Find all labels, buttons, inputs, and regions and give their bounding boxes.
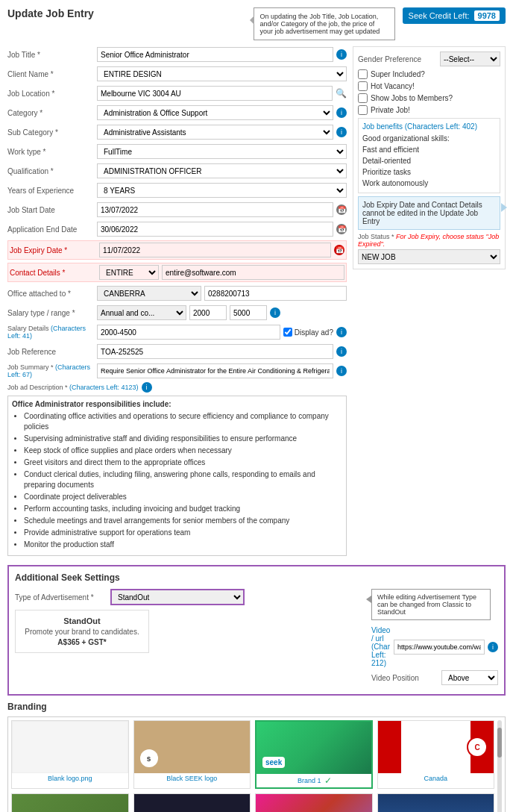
job-status-select[interactable]: NEW JOB (358, 249, 500, 264)
work-type-select[interactable]: FullTime (97, 144, 347, 159)
gender-select[interactable]: --Select-- (440, 51, 500, 66)
job-start-row: Job Start Date 📅 (7, 202, 347, 218)
seek-brand-logo: seek (262, 757, 285, 768)
page-container: Update Job Entry On updating the Job Tit… (0, 0, 513, 812)
office-select[interactable]: CANBERRA (97, 286, 201, 301)
right-panel: Gender Preference --Select-- Super Inclu… (353, 46, 506, 269)
salary-type-select[interactable]: Annual and co... (97, 305, 186, 320)
sub-category-info-icon[interactable]: i (336, 127, 347, 137)
standout-price: A$365 + GST* (22, 638, 142, 646)
brand-item-ryanair[interactable]: RyanAir (377, 793, 495, 812)
brand-img-pink: seek (256, 794, 372, 812)
list-item: Provide administrative support for opera… (24, 528, 342, 538)
brand-item-jora[interactable]: Jora (11, 793, 129, 812)
standout-box: StandOut Promote your brand to candidate… (15, 610, 149, 653)
scroll-thumb[interactable] (497, 728, 502, 758)
job-location-input[interactable] (97, 86, 333, 101)
brand-item-brand1[interactable]: seek Brand 1 ✓ (255, 720, 373, 789)
hot-vacancy-checkbox[interactable] (358, 81, 368, 91)
brand-item-montreal[interactable]: H Montreal Canadiens (133, 793, 251, 812)
super-row: Super Included? (358, 69, 500, 79)
job-start-input[interactable] (97, 202, 333, 217)
show-jobs-checkbox[interactable] (358, 93, 368, 103)
ad-desc-info-icon[interactable]: i (142, 382, 152, 393)
video-url-input[interactable] (394, 640, 485, 655)
list-item: Supervising administrative staff and div… (24, 434, 342, 444)
video-url-label: Video / url (Char Left: 212) (371, 626, 391, 667)
app-end-calendar-icon[interactable]: 📅 (336, 224, 347, 234)
job-benefits-title: Job benefits (Characters Left: 402) (362, 122, 496, 131)
adv-tooltip: While editing Advertisement Type can be … (371, 589, 491, 620)
list-item: Keep stock of office supplies and place … (24, 446, 342, 456)
expiry-note-arrow (501, 203, 507, 212)
expiry-date-row: Job Expiry Date * 📅 (7, 240, 347, 260)
salary-details-input[interactable] (97, 325, 280, 340)
expiry-date-input[interactable] (99, 243, 331, 257)
category-label: Category * (7, 109, 97, 117)
display-ad-checkbox[interactable] (283, 328, 292, 337)
years-exp-select[interactable]: 8 YEARS (97, 183, 347, 198)
salary-from-input[interactable] (189, 305, 227, 320)
expiry-note: Job Expiry Date and Contact Details cann… (358, 196, 500, 230)
list-item: Coordinating office activities and opera… (24, 411, 342, 432)
list-item: Greet visitors and direct them to the ap… (24, 457, 342, 468)
job-title-info-icon[interactable]: i (336, 49, 347, 60)
client-name-select[interactable]: ENTIRE DESIGN (97, 66, 347, 81)
ad-desc-label: Job ad Description * (Characters Left: 4… (7, 384, 139, 391)
contact-select[interactable]: ENTIRE (99, 265, 159, 280)
brand-label-blank: Blank logo.png (12, 773, 128, 784)
job-location-label: Job Location * (7, 90, 97, 98)
job-summary-info-icon[interactable]: i (336, 366, 347, 376)
category-select[interactable]: Administration & Office Support (97, 105, 333, 120)
show-jobs-label: Show Jobs to Members? (371, 94, 453, 102)
private-job-checkbox[interactable] (358, 105, 368, 115)
adv-type-label: Type of Advertisement * (15, 593, 104, 602)
video-url-info-icon[interactable]: i (488, 642, 498, 652)
job-title-input[interactable] (97, 47, 333, 62)
branding-container: Blank logo.png s Black SEEK logo seek Br… (7, 716, 506, 812)
brand-item-canada[interactable]: C Canada (377, 720, 495, 789)
brand-item-blank[interactable]: Blank logo.png (11, 720, 129, 789)
salary-details-label: Salary Details (Characters Left: 41) (7, 325, 97, 340)
display-ad-label: Display ad? (295, 328, 333, 337)
sub-category-select[interactable]: Administrative Assistants (97, 125, 333, 140)
job-ref-info-icon[interactable]: i (336, 346, 347, 357)
brand-item-pink[interactable]: seek Pink SEEK logo (255, 793, 373, 812)
super-checkbox[interactable] (358, 69, 368, 79)
adv-type-select[interactable]: StandOut (110, 589, 245, 605)
job-ref-input[interactable] (97, 344, 333, 359)
gender-row: Gender Preference --Select-- (358, 51, 500, 66)
contact-email-input[interactable] (162, 265, 344, 280)
video-section: Video / url (Char Left: 212) i Video Pos… (371, 626, 498, 685)
ad-desc-list: Coordinating office activities and opera… (12, 411, 342, 550)
salary-details-row: Salary Details (Characters Left: 41) Dis… (7, 324, 347, 340)
contact-label: Contact Details * (10, 269, 99, 277)
location-search-icon[interactable]: 🔍 (336, 88, 347, 99)
contact-details-row: Contact Details * ENTIRE (7, 263, 347, 282)
salary-info-icon[interactable]: i (270, 307, 280, 318)
brand-img-seek-black: s (134, 721, 251, 773)
video-position-select[interactable]: Above (441, 670, 498, 685)
expiry-calendar-icon[interactable]: 📅 (334, 245, 344, 255)
job-summary-input[interactable] (97, 363, 333, 378)
office-phone-input[interactable] (204, 286, 347, 301)
app-end-input[interactable] (97, 222, 333, 237)
private-job-row: Private Job! (358, 105, 500, 115)
qualification-row: Qualification * ADMINISTRATION OFFICER (7, 163, 347, 179)
salary-to-input[interactable] (230, 305, 267, 320)
brand-item-seek-black[interactable]: s Black SEEK logo (133, 720, 251, 789)
salary-details-info-icon[interactable]: i (336, 327, 347, 337)
scroll-bar[interactable] (497, 720, 502, 812)
salary-label: Salary type / range * (7, 309, 97, 317)
qualification-select[interactable]: ADMINISTRATION OFFICER (97, 163, 347, 178)
ad-desc-title: Office Administrator responsibilities in… (12, 400, 342, 408)
job-benefits-content[interactable]: Good organizational skills: Fast and eff… (362, 133, 496, 189)
left-column: Job Title * i Client Name * ENTIRE DESIG… (7, 46, 347, 559)
standout-subtitle: Promote your brand to candidates. (22, 628, 142, 636)
category-info-icon[interactable]: i (336, 107, 347, 118)
tooltip-arrow-left (366, 596, 371, 603)
main-layout: Job Title * i Client Name * ENTIRE DESIG… (7, 46, 506, 559)
ad-description-box[interactable]: Office Administrator responsibilities in… (7, 396, 347, 556)
adv-settings-layout: Type of Advertisement * StandOut StandOu… (15, 589, 498, 688)
job-start-calendar-icon[interactable]: 📅 (336, 204, 347, 215)
